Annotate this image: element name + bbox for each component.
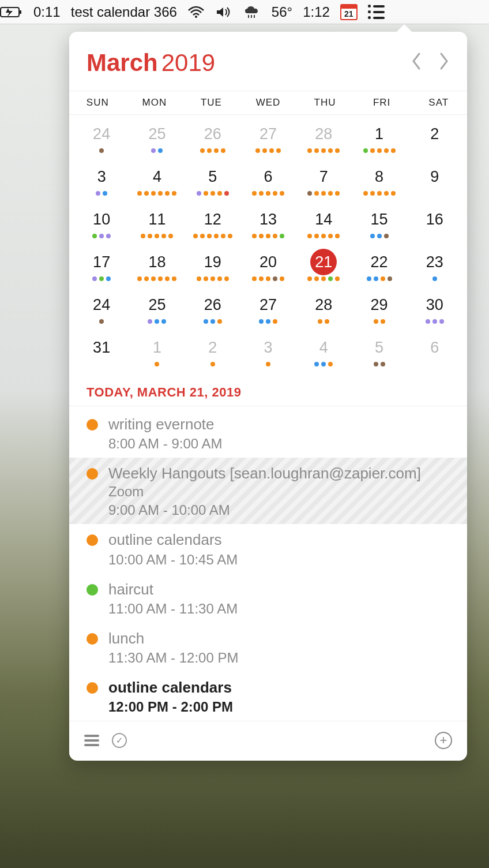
weekday-label: FRI xyxy=(353,97,411,108)
day-number: 30 xyxy=(422,291,448,318)
event-time: 10:00 AM - 10:45 AM xyxy=(108,552,450,568)
calendar-day[interactable]: 10 xyxy=(74,201,129,244)
add-event-button[interactable]: + xyxy=(435,732,452,749)
calendar-menubar-icon[interactable]: 21 xyxy=(340,4,358,20)
calendar-day[interactable]: 6 xyxy=(240,159,296,201)
event-title: Weekly Hangouts [sean.loughran@zapier.co… xyxy=(108,465,450,482)
calendar-day[interactable]: 14 xyxy=(296,201,351,244)
calendar-day[interactable]: 4 xyxy=(129,159,185,201)
calendar-header: March 2019 xyxy=(69,32,467,91)
calendar-day[interactable]: 26 xyxy=(185,287,240,330)
calendar-day[interactable]: 3 xyxy=(74,159,129,201)
calendar-day[interactable]: 4 xyxy=(296,330,351,372)
calendar-day[interactable]: 23 xyxy=(407,244,462,287)
event-dots xyxy=(210,362,215,366)
day-number: 26 xyxy=(200,121,226,147)
day-number: 12 xyxy=(200,206,226,233)
event-item[interactable]: Weekly Hangouts [sean.loughran@zapier.co… xyxy=(69,458,467,524)
event-time: 8:00 AM - 9:00 AM xyxy=(108,436,450,452)
event-dots xyxy=(197,276,229,281)
event-item[interactable]: writing evernote8:00 AM - 9:00 AM xyxy=(69,409,467,458)
reminders-menubar-icon[interactable] xyxy=(368,5,385,19)
calendar-day[interactable]: 27 xyxy=(240,116,296,159)
month-label: March xyxy=(86,49,158,77)
popover-footer: ✓ + xyxy=(69,721,467,761)
calendar-day[interactable]: 7 xyxy=(296,159,351,201)
day-number: 7 xyxy=(310,163,337,190)
calendar-day[interactable]: 25 xyxy=(129,287,185,330)
calendar-day[interactable]: 28 xyxy=(296,287,351,330)
day-number: 3 xyxy=(255,334,281,361)
calendar-day[interactable]: 2 xyxy=(185,330,240,372)
event-dots xyxy=(193,234,232,238)
calendar-day[interactable]: 17 xyxy=(74,244,129,287)
calendar-day[interactable]: 9 xyxy=(407,159,462,201)
calendar-day[interactable]: 2 xyxy=(407,116,462,159)
calendar-day[interactable]: 13 xyxy=(240,201,296,244)
day-number: 24 xyxy=(88,121,115,147)
event-color-dot xyxy=(86,534,98,546)
calendar-day[interactable]: 19 xyxy=(185,244,240,287)
calendar-day[interactable]: 16 xyxy=(407,201,462,244)
calendar-day[interactable]: 15 xyxy=(351,201,407,244)
event-color-dot xyxy=(86,584,98,596)
event-item[interactable]: haircut11:00 AM - 11:30 AM xyxy=(69,574,467,623)
reminders-button[interactable]: ✓ xyxy=(112,733,127,748)
event-dots xyxy=(92,234,111,238)
calendar-day[interactable]: 31 xyxy=(74,330,129,372)
calendar-day[interactable]: 25 xyxy=(129,116,185,159)
calendar-day[interactable]: 12 xyxy=(185,201,240,244)
calendar-day[interactable]: 24 xyxy=(74,116,129,159)
svg-rect-1 xyxy=(20,10,21,14)
event-dots xyxy=(252,234,284,238)
day-number: 27 xyxy=(255,291,281,318)
calendar-day[interactable]: 20 xyxy=(240,244,296,287)
day-number: 16 xyxy=(422,206,448,233)
event-dots xyxy=(96,191,107,196)
day-number: 29 xyxy=(366,291,393,318)
calendar-day[interactable]: 6 xyxy=(407,330,462,372)
calendar-day[interactable]: 5 xyxy=(185,159,240,201)
day-number: 9 xyxy=(422,163,448,190)
event-dots xyxy=(374,319,385,324)
day-number: 24 xyxy=(88,291,115,318)
calendar-day[interactable]: 28 xyxy=(296,116,351,159)
event-dots xyxy=(252,276,284,281)
wifi-icon[interactable] xyxy=(187,6,205,18)
calendar-day-today[interactable]: 21 xyxy=(296,244,351,287)
volume-icon[interactable] xyxy=(215,6,232,18)
event-color-dot xyxy=(86,633,98,645)
event-item[interactable]: outline calendars10:00 AM - 10:45 AM xyxy=(69,524,467,573)
battery-icon xyxy=(0,6,23,18)
event-item[interactable]: lunch11:30 AM - 12:00 PM xyxy=(69,623,467,672)
event-dots xyxy=(151,148,163,153)
day-number: 2 xyxy=(422,121,448,147)
calendar-day[interactable]: 1 xyxy=(351,116,407,159)
calendar-day[interactable]: 24 xyxy=(74,287,129,330)
day-number: 23 xyxy=(422,249,448,275)
event-dots xyxy=(307,234,340,238)
calendar-day[interactable]: 22 xyxy=(351,244,407,287)
calendar-day[interactable]: 27 xyxy=(240,287,296,330)
calendar-day[interactable]: 8 xyxy=(351,159,407,201)
weather-icon[interactable] xyxy=(243,5,261,19)
menubar-app-title: test calendar 366 xyxy=(71,4,177,20)
day-number: 8 xyxy=(366,163,393,190)
calendar-day[interactable]: 18 xyxy=(129,244,185,287)
day-number: 2 xyxy=(200,334,226,361)
event-list: writing evernote8:00 AM - 9:00 AMWeekly … xyxy=(69,409,467,721)
event-dots xyxy=(314,362,333,366)
calendar-day[interactable]: 5 xyxy=(351,330,407,372)
prev-month-button[interactable] xyxy=(411,51,422,71)
calendar-day[interactable]: 29 xyxy=(351,287,407,330)
event-item[interactable]: outline calendars12:00 PM - 2:00 PM xyxy=(69,672,467,721)
calendar-day[interactable]: 11 xyxy=(129,201,185,244)
menu-button[interactable] xyxy=(84,735,99,746)
calendar-day[interactable]: 3 xyxy=(240,330,296,372)
next-month-button[interactable] xyxy=(438,51,450,71)
event-title: outline calendars xyxy=(108,531,450,549)
event-dots xyxy=(99,148,104,153)
calendar-day[interactable]: 30 xyxy=(407,287,462,330)
calendar-day[interactable]: 1 xyxy=(129,330,185,372)
calendar-day[interactable]: 26 xyxy=(185,116,240,159)
